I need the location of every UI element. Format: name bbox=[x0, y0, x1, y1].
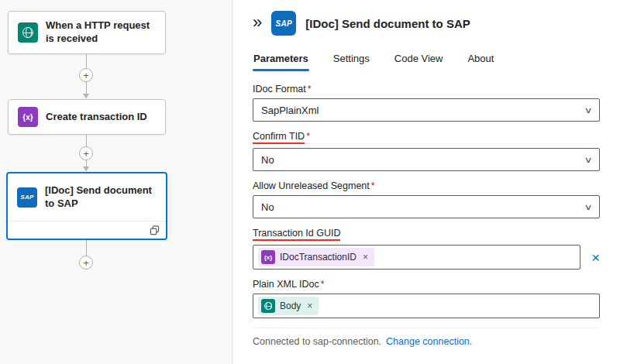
dropdown-value: No bbox=[261, 154, 274, 166]
idoc-format-dropdown[interactable]: SapPlainXml ∨ bbox=[253, 98, 600, 122]
node-title: Create transaction ID bbox=[46, 111, 147, 124]
field-allow-unreleased-segment: Allow Unreleased Segment* No ∨ bbox=[253, 180, 600, 218]
field-label: IDoc Format* bbox=[253, 84, 600, 94]
field-label-text: Plain XML IDoc bbox=[253, 279, 319, 290]
tab-parameters[interactable]: Parameters bbox=[253, 50, 309, 71]
node-send-idoc-sap-selected[interactable]: SAP [IDoc] Send document to SAP bbox=[6, 172, 167, 240]
http-trigger-icon bbox=[18, 22, 38, 43]
field-label-text: Confirm TID bbox=[253, 131, 305, 144]
node-create-transaction-id[interactable]: {x} Create transaction ID bbox=[8, 99, 166, 135]
panel-tabs: Parameters Settings Code View About bbox=[253, 50, 600, 71]
plain-xml-idoc-input[interactable]: Body × bbox=[253, 294, 600, 318]
remove-token-icon[interactable]: × bbox=[363, 252, 368, 263]
chevron-down-icon: ∨ bbox=[584, 105, 592, 115]
connection-footer: Connected to sap-connection. Change conn… bbox=[253, 328, 600, 347]
field-label: Plain XML IDoc* bbox=[253, 279, 600, 290]
connector-arrow bbox=[83, 94, 89, 98]
sap-icon: SAP bbox=[271, 11, 296, 36]
chevron-down-icon: ∨ bbox=[584, 202, 592, 212]
confirm-tid-dropdown[interactable]: No ∨ bbox=[253, 148, 600, 171]
action-details-panel: » SAP [IDoc] Send document to SAP Parame… bbox=[232, 0, 620, 364]
field-label-text: IDoc Format bbox=[253, 84, 306, 94]
variable-icon: {x} bbox=[261, 250, 275, 264]
field-transaction-id-guid: Transaction Id GUID {x} IDocTransactionI… bbox=[253, 228, 600, 270]
workflow-canvas: When a HTTP request is received + {x} Cr… bbox=[0, 0, 232, 364]
insert-step-button[interactable]: + bbox=[79, 146, 93, 160]
token-label: IDocTransactionID bbox=[280, 252, 356, 263]
insert-step-button[interactable]: + bbox=[79, 68, 93, 82]
connector-line bbox=[86, 240, 87, 257]
tab-about[interactable]: About bbox=[467, 50, 494, 71]
tab-settings[interactable]: Settings bbox=[332, 50, 370, 71]
collapse-panel-icon[interactable]: » bbox=[253, 14, 262, 33]
node-title: When a HTTP request is received bbox=[46, 19, 156, 46]
allow-unreleased-dropdown[interactable]: No ∨ bbox=[253, 195, 600, 218]
field-label: Allow Unreleased Segment* bbox=[253, 180, 600, 191]
field-label: Confirm TID* bbox=[253, 131, 600, 144]
variable-icon: {x} bbox=[18, 107, 38, 127]
add-action-button[interactable]: + bbox=[79, 256, 93, 270]
body-token[interactable]: Body × bbox=[258, 297, 319, 315]
node-http-request-trigger[interactable]: When a HTTP request is received bbox=[8, 11, 166, 54]
field-idoc-format: IDoc Format* SapPlainXml ∨ bbox=[253, 84, 600, 122]
node-title: [IDoc] Send document to SAP bbox=[45, 184, 157, 211]
required-mark: * bbox=[371, 180, 375, 191]
copy-icon[interactable] bbox=[150, 225, 160, 235]
required-mark: * bbox=[321, 279, 325, 290]
tab-code-view[interactable]: Code View bbox=[394, 50, 444, 71]
field-label: Transaction Id GUID bbox=[253, 228, 600, 241]
field-label-text: Transaction Id GUID bbox=[253, 228, 340, 241]
connection-status-text: Connected to sap-connection. bbox=[253, 336, 381, 347]
transaction-id-input[interactable]: {x} IDocTransactionID × bbox=[253, 245, 580, 270]
change-connection-link[interactable]: Change connection. bbox=[386, 336, 472, 347]
sap-icon: SAP bbox=[17, 187, 37, 208]
panel-header: » SAP [IDoc] Send document to SAP bbox=[253, 11, 600, 36]
field-label-text: Allow Unreleased Segment bbox=[253, 180, 370, 191]
field-plain-xml-idoc: Plain XML IDoc* Body × bbox=[253, 279, 600, 318]
required-mark: * bbox=[308, 84, 312, 94]
token-label: Body bbox=[280, 300, 301, 311]
http-body-icon bbox=[261, 299, 275, 313]
dropdown-value: SapPlainXml bbox=[261, 105, 319, 116]
parameters-form: IDoc Format* SapPlainXml ∨ Confirm TID* … bbox=[253, 84, 600, 347]
field-confirm-tid: Confirm TID* No ∨ bbox=[253, 131, 600, 171]
remove-token-icon[interactable]: × bbox=[307, 300, 312, 311]
panel-title: [IDoc] Send document to SAP bbox=[305, 17, 470, 30]
connector-arrow bbox=[83, 167, 89, 171]
required-mark: * bbox=[306, 131, 310, 142]
chevron-down-icon: ∨ bbox=[584, 155, 592, 165]
dropdown-value: No bbox=[261, 201, 274, 213]
idoc-transaction-id-token[interactable]: {x} IDocTransactionID × bbox=[258, 248, 374, 266]
clear-field-icon[interactable]: × bbox=[591, 250, 600, 265]
